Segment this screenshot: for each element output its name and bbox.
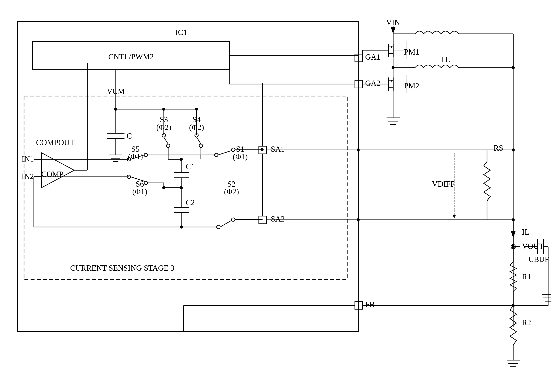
vin-label: VIN	[386, 18, 400, 27]
svg-point-173	[180, 225, 183, 229]
s2-phi-label: (Φ2)	[224, 187, 239, 196]
in2-label: IN2	[22, 172, 34, 181]
comp-label: COMP	[41, 170, 64, 179]
s6-phi-label: (Φ1)	[132, 187, 147, 196]
cntl-pwm2-label: CNTL/PWM2	[108, 52, 154, 61]
in1-label: IN1	[22, 154, 34, 163]
s5-label: S5	[131, 145, 140, 154]
svg-point-178	[114, 108, 117, 111]
sa1-label: SA1	[271, 145, 285, 154]
sa2-label: SA2	[271, 215, 285, 223]
svg-point-77	[261, 148, 264, 151]
svg-rect-0	[0, 0, 551, 392]
svg-point-150	[512, 245, 515, 248]
cbuf-label: CBUF	[529, 255, 549, 264]
fb-label: FB	[365, 300, 375, 309]
c1-label: C1	[186, 162, 195, 171]
r2-label: R2	[522, 318, 531, 327]
svg-point-126	[357, 218, 360, 221]
l-label: L	[445, 55, 450, 64]
svg-point-132	[512, 148, 515, 152]
vdiff-label: VDIFF	[432, 180, 455, 188]
s2-label: S2	[227, 180, 236, 188]
stage-label: CURRENT SENSING STAGE 3	[70, 264, 175, 272]
vout-label: VOUT	[522, 242, 544, 251]
rs-label: RS	[494, 144, 503, 152]
s1-phi-label: (Φ1)	[233, 152, 248, 161]
ga1-label: GA1	[365, 53, 381, 61]
c-label: C	[127, 132, 132, 140]
s5-phi-label: (Φ1)	[128, 152, 143, 161]
compout-label: COMPOUT	[36, 138, 74, 147]
svg-point-125	[357, 148, 360, 152]
l-label2: L	[441, 55, 446, 64]
circuit-diagram: IC1 CNTL/PWM2 CURRENT SENSING STAGE 3 VC…	[0, 0, 551, 392]
il-label: IL	[522, 228, 529, 236]
ic1-label: IC1	[175, 28, 187, 37]
ga2-label: GA2	[365, 79, 381, 88]
svg-point-65	[162, 186, 165, 189]
c2-label: C2	[186, 198, 195, 207]
r1-label: R1	[522, 272, 531, 281]
s1-label: S1	[236, 145, 244, 154]
svg-point-40	[195, 108, 198, 111]
